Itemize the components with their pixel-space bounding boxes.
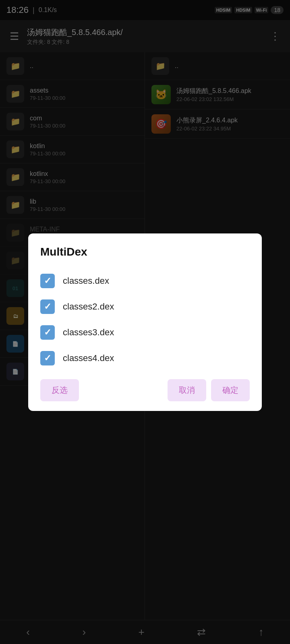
dialog-label-classes2: classes2.dex [63, 301, 114, 312]
check-icon: ✓ [44, 276, 51, 286]
dialog-label-classes4: classes4.dex [63, 353, 114, 363]
check-icon: ✓ [44, 327, 51, 338]
checkbox-classes1[interactable]: ✓ [40, 274, 55, 288]
dialog-title: MultiDex [40, 246, 250, 258]
dialog-label-classes3: classes3.dex [63, 327, 114, 338]
checkbox-classes3[interactable]: ✓ [40, 325, 55, 340]
check-icon: ✓ [44, 301, 51, 312]
checkbox-classes4[interactable]: ✓ [40, 351, 55, 365]
dialog-label-classes1: classes.dex [63, 276, 109, 286]
dialog-overlay: MultiDex ✓ classes.dex ✓ classes2.dex ✓ … [0, 0, 290, 644]
dialog-buttons: 反选 取消 确定 [40, 379, 250, 401]
dialog-item-classes2[interactable]: ✓ classes2.dex [40, 294, 250, 320]
invert-button[interactable]: 反选 [40, 379, 79, 401]
multidex-dialog: MultiDex ✓ classes.dex ✓ classes2.dex ✓ … [28, 233, 262, 411]
btn-group-right: 取消 确定 [168, 379, 250, 401]
confirm-button[interactable]: 确定 [211, 379, 250, 401]
checkbox-classes2[interactable]: ✓ [40, 299, 55, 314]
cancel-button[interactable]: 取消 [168, 379, 206, 401]
dialog-item-classes4[interactable]: ✓ classes4.dex [40, 345, 250, 371]
dialog-item-classes1[interactable]: ✓ classes.dex [40, 268, 250, 294]
dialog-item-classes3[interactable]: ✓ classes3.dex [40, 320, 250, 345]
check-icon: ✓ [44, 353, 51, 363]
